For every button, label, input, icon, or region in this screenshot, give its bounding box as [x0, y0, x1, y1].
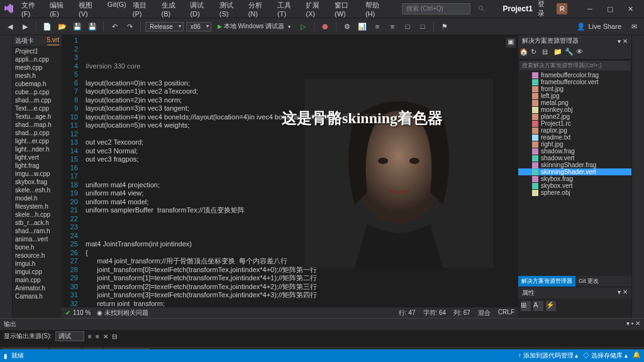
open-file-item[interactable]: light.vert	[13, 153, 62, 162]
solution-file-item[interactable]: framebuffercolor.vert	[518, 79, 631, 85]
tool2-icon[interactable]: 📊	[356, 20, 369, 33]
solution-file-item[interactable]: metal.png	[518, 99, 631, 106]
maximize-button[interactable]: ▢	[600, 1, 620, 16]
tab-git[interactable]: Git 更改	[575, 276, 602, 287]
menu-item[interactable]: 编辑(E)	[47, 0, 75, 19]
search-input[interactable]: 搜索 (Ctrl+Q)	[402, 3, 470, 14]
live-share-button[interactable]: 👤Live Share	[573, 21, 625, 32]
notification-icon[interactable]: 🔔	[633, 351, 640, 360]
config-dropdown[interactable]: Release	[145, 22, 184, 31]
user-avatar[interactable]: R	[557, 3, 567, 14]
solution-file-item[interactable]: framebuffercolor.frag	[518, 72, 631, 79]
sync-icon[interactable]: ↻	[531, 48, 541, 58]
props-events-icon[interactable]: ⚡	[546, 301, 556, 311]
preview-icon[interactable]: 👁	[576, 48, 586, 58]
nav-fwd-icon[interactable]: ▶	[19, 20, 31, 33]
outdent-icon[interactable]: ≡	[386, 20, 399, 33]
indent-icon[interactable]: ≡	[371, 20, 384, 33]
close-button[interactable]: ✕	[620, 1, 640, 16]
solution-file-item[interactable]: shadow.vert	[518, 155, 631, 162]
menu-item[interactable]: 分析(N)	[246, 0, 274, 19]
props-alpha-icon[interactable]: A	[533, 301, 543, 311]
solution-file-item[interactable]: sphere.obj	[518, 189, 631, 196]
home-icon[interactable]: 🏠	[519, 48, 530, 58]
login-link[interactable]: 登录	[538, 0, 550, 18]
open-file-item[interactable]: model.h	[13, 194, 62, 202]
solution-file-item[interactable]: monkey.obj	[518, 106, 631, 113]
minimize-button[interactable]: ─	[580, 1, 600, 16]
menu-item[interactable]: 视图(V)	[76, 0, 104, 19]
open-file-item[interactable]: light...er.cpp	[13, 137, 62, 145]
uncomment-icon[interactable]: □	[416, 20, 429, 33]
solution-file-item[interactable]: front.jpg	[518, 85, 631, 92]
bookmark-icon[interactable]: ⚑	[438, 20, 451, 33]
open-file-item[interactable]: light...nder.h	[13, 145, 62, 153]
menu-item[interactable]: 生成(B)	[159, 0, 187, 19]
open-icon[interactable]: 📂	[56, 20, 69, 33]
repo-selector[interactable]: ◇ 选择存储库 ▴	[583, 351, 628, 360]
comment-icon[interactable]: □	[401, 20, 414, 33]
open-file-item[interactable]: imgui.cpp	[13, 268, 62, 276]
tool-icon[interactable]: ⚙	[341, 20, 353, 33]
solution-file-item[interactable]: left.jpg	[518, 92, 631, 99]
solution-file-item[interactable]: skybox.frag	[518, 175, 631, 182]
new-item-icon[interactable]: 📄	[41, 20, 53, 33]
tab-solution[interactable]: 解决方案资源管理器	[518, 276, 575, 287]
open-file-item[interactable]: Textu...age.h	[13, 112, 62, 121]
menu-item[interactable]: Git(G)	[105, 0, 129, 19]
open-file-item[interactable]: anima...vert	[13, 235, 62, 243]
out-wrap-icon[interactable]: ≡	[96, 333, 99, 340]
platform-dropdown[interactable]: x86	[186, 22, 211, 31]
props-cat-icon[interactable]: ⊞	[521, 301, 531, 311]
open-file-item[interactable]: shad...ram.h	[13, 227, 62, 235]
solution-search[interactable]: 搜索解决方案资源管理器(Ctrl+;)	[519, 61, 630, 70]
open-file-item[interactable]: cube...p.cpp	[13, 88, 62, 96]
open-file-item[interactable]: appli...n.cpp	[13, 55, 62, 63]
source-control-button[interactable]: ↑ 添加到源代码管理 ▴	[518, 351, 579, 360]
menu-item[interactable]: 扩展(X)	[303, 0, 331, 19]
redo-icon[interactable]: ↷	[123, 20, 136, 33]
out-tool-icon[interactable]: ⊟	[112, 333, 117, 340]
run-no-debug-icon[interactable]: ▷	[297, 20, 309, 33]
menu-item[interactable]: 文件(F)	[19, 0, 46, 19]
undo-icon[interactable]: ↶	[108, 20, 121, 33]
solution-file-item[interactable]: Project1.rc	[518, 120, 631, 127]
menu-item[interactable]: 项目(P)	[130, 0, 158, 19]
solution-file-item[interactable]: readme.txt	[518, 134, 631, 141]
show-all-icon[interactable]: 📁	[553, 48, 564, 58]
open-file-item[interactable]: bone.h	[13, 243, 62, 251]
solution-file-item[interactable]: skybox.vert	[518, 182, 631, 189]
open-file-item[interactable]: skele...h.cpp	[13, 211, 62, 219]
open-file-item[interactable]: mesh.cpp	[13, 63, 62, 72]
menu-item[interactable]: 工具(T)	[275, 0, 302, 19]
solution-file-item[interactable]: right.jpg	[518, 141, 631, 148]
open-file-item[interactable]: skele...esh.h	[13, 186, 62, 194]
open-file-item[interactable]: resource.h	[13, 251, 62, 260]
solution-file-item[interactable]: raptor.jpg	[518, 127, 631, 134]
solution-file-item[interactable]: skinningShader.vert	[518, 168, 631, 175]
solution-file-item[interactable]: shadow.frag	[518, 148, 631, 155]
menu-item[interactable]: 窗口(W)	[332, 0, 362, 19]
open-file-item[interactable]: mesh.h	[13, 72, 62, 80]
stop-icon[interactable]: ⬣	[319, 20, 331, 33]
solution-file-item[interactable]: skinningShader.frag	[518, 162, 631, 168]
out-clear-icon[interactable]: ≡	[88, 333, 92, 340]
open-file-item[interactable]: shad...p.cpp	[13, 129, 62, 137]
open-file-item[interactable]: skybox.frag	[13, 178, 62, 186]
menu-item[interactable]: 调试(D)	[187, 0, 215, 19]
open-file-item[interactable]: cubemap.h	[13, 80, 62, 88]
open-file-item[interactable]: Camara.h	[13, 292, 62, 300]
menu-item[interactable]: 帮助(H)	[363, 0, 391, 19]
save-all-icon[interactable]: 💾	[86, 20, 99, 33]
open-file-item[interactable]: imgui.h	[13, 260, 62, 268]
run-button[interactable]: ▶本地 Windows 调试器▾	[214, 21, 294, 32]
code-content[interactable]: #version 330 core layout(location=0)in v…	[83, 35, 518, 307]
output-close-icon[interactable]: ▾ ▪ ✕	[626, 320, 640, 329]
nav-back-icon[interactable]: ◀	[4, 20, 16, 33]
solution-file-item[interactable]: plane2.jpg	[518, 113, 631, 120]
split-icon[interactable]: ▣	[506, 38, 516, 48]
open-file-item[interactable]: imgu...w.cpp	[13, 170, 62, 178]
panel-menu-icon[interactable]: ▾ ✕	[618, 38, 628, 45]
active-tab-name[interactable]: 5.vrt	[47, 36, 59, 45]
collapse-icon[interactable]: ⊟	[542, 48, 552, 58]
